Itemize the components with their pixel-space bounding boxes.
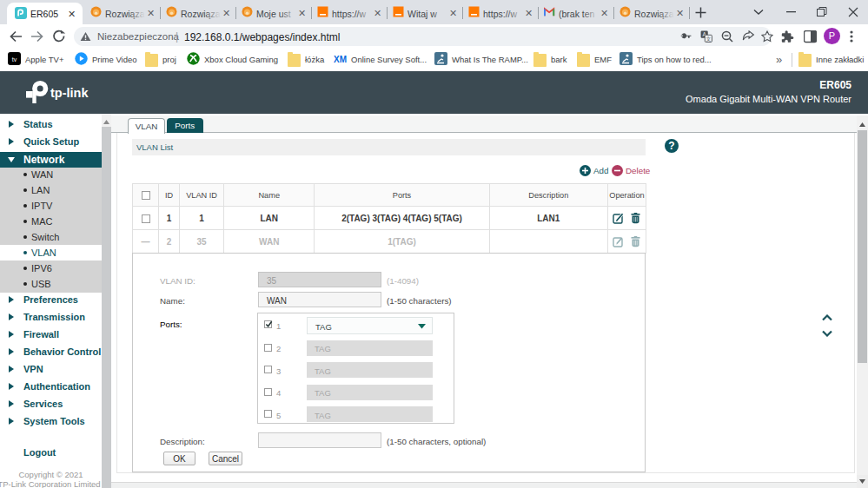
- svg-text:tp-link: tp-link: [50, 86, 89, 100]
- svg-text:文: 文: [706, 36, 711, 42]
- svg-text:XM: XM: [334, 55, 347, 64]
- svg-text:tv: tv: [12, 56, 17, 63]
